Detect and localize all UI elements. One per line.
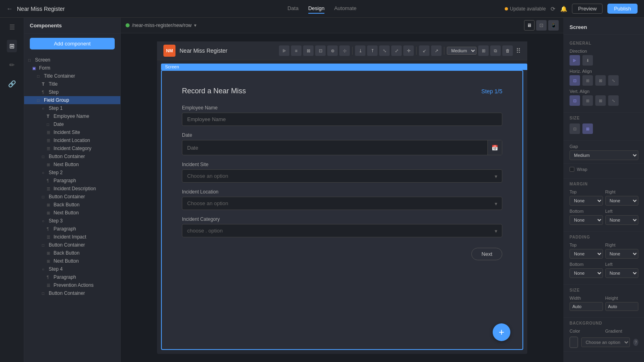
rp-valign-top[interactable]: ⊡	[570, 95, 580, 106]
sync-icon[interactable]: ⟳	[551, 6, 555, 12]
rp-help-icon[interactable]: ?	[633, 339, 638, 346]
tree-next-btn1[interactable]: ⊞ Next Button	[24, 160, 120, 169]
tree-incident-impact[interactable]: ☰ Incident Impact	[24, 233, 120, 241]
tb-icon-copy1[interactable]: ⊞	[478, 45, 489, 56]
tree-field-group[interactable]: □ Field Group	[24, 96, 120, 104]
tree-para2[interactable]: ¶ Paragraph	[24, 225, 120, 233]
tree-step4[interactable]: ○ Step 4	[24, 265, 120, 273]
sidebar-icon-pencil[interactable]: ✏	[7, 59, 17, 71]
tree-btn-container2[interactable]: □ Button Container	[24, 193, 120, 201]
rp-align-stretch-h[interactable]: ⤡	[608, 75, 619, 86]
tb-icon-2[interactable]: ≡	[291, 45, 301, 56]
rp-direction-horizontal[interactable]: ⫸	[570, 55, 580, 66]
tab-design[interactable]: Design	[308, 4, 324, 14]
preview-button[interactable]: Preview	[572, 4, 603, 14]
employee-name-input[interactable]	[182, 113, 502, 126]
rp-padding-left-select[interactable]: None	[605, 268, 639, 278]
tb-icon-11[interactable]: ✛	[403, 45, 414, 56]
tree-back-btn2[interactable]: ⊞ Back Button	[24, 249, 120, 257]
tree-btn-container1[interactable]: □ Button Container	[24, 152, 120, 160]
tree-incident-category[interactable]: ☰ Incident Category	[24, 144, 120, 152]
tree-screen[interactable]: □ Screen	[24, 56, 120, 64]
rp-width-input[interactable]	[570, 302, 603, 311]
tb-icon-13[interactable]: ↗	[431, 45, 442, 56]
date-input[interactable]	[182, 142, 487, 154]
tb-icon-5[interactable]: ⊛	[327, 45, 338, 56]
tree-title[interactable]: T Title	[24, 80, 120, 88]
tree-incident-location[interactable]: ☰ Incident Location	[24, 136, 120, 144]
device-desktop-icon[interactable]: 🖥	[524, 20, 535, 31]
tb-icon-7[interactable]: ⤓	[355, 45, 365, 56]
incident-site-select[interactable]: Choose an option	[182, 169, 502, 183]
tree-incident-desc[interactable]: ☰ Incident Description	[24, 185, 120, 193]
rp-padding-top-select[interactable]: None	[570, 249, 603, 259]
tree-employee-name[interactable]: T Employee Name	[24, 112, 120, 120]
rp-height-input[interactable]	[605, 302, 639, 311]
tb-icon-8[interactable]: ⤒	[367, 45, 378, 56]
rp-wrap-checkbox[interactable]	[570, 167, 574, 172]
tree-step2[interactable]: ○ Step 2	[24, 169, 120, 177]
tb-icon-10[interactable]: ⤢	[391, 45, 402, 56]
tb-icon-1[interactable]: ⫸	[279, 45, 289, 56]
sidebar-icon-components[interactable]: ⊞	[7, 40, 17, 52]
tb-icon-3[interactable]: ⊠	[303, 45, 314, 56]
tree-back-btn1[interactable]: ⊞ Back Button	[24, 201, 120, 209]
rp-margin-top-select[interactable]: None	[570, 196, 603, 206]
date-picker-button[interactable]: 📅	[487, 140, 502, 155]
tab-automate[interactable]: Automate	[334, 4, 357, 14]
sidebar-icon-link[interactable]: 🔗	[6, 78, 19, 90]
rp-gap-select[interactable]: Medium	[570, 150, 638, 160]
rp-valign-center[interactable]: ⊞	[582, 95, 593, 106]
tree-form[interactable]: ▣ Form	[24, 64, 120, 72]
rp-padding-bottom-select[interactable]: None	[570, 268, 603, 278]
rp-color-swatch[interactable]	[570, 337, 578, 348]
rp-margin-bottom-select[interactable]: None	[570, 215, 603, 225]
bell-icon[interactable]: 🔔	[560, 6, 567, 12]
form-next-button[interactable]: Next	[471, 248, 502, 260]
medium-select[interactable]: Medium	[447, 47, 477, 55]
rp-align-left[interactable]: ⊡	[570, 75, 580, 86]
tree-para3[interactable]: ¶ Paragraph	[24, 273, 120, 281]
tb-icon-copy2[interactable]: ⧉	[490, 45, 501, 56]
rp-size-grow[interactable]: ⊞	[582, 123, 593, 134]
publish-button[interactable]: Publish	[607, 4, 638, 14]
tree-next-btn3[interactable]: ⊞ Next Button	[24, 257, 120, 265]
dots-icon[interactable]: ⠿	[516, 47, 521, 55]
incident-category-select[interactable]: choose . option	[182, 224, 502, 237]
tree-incident-site[interactable]: ☰ Incident Site	[24, 128, 120, 136]
rp-margin-right-select[interactable]: None	[605, 196, 639, 206]
tree-title-container[interactable]: □ Title Container	[24, 72, 120, 80]
tb-icon-12[interactable]: ↙	[419, 45, 429, 56]
tb-icon-9[interactable]: ⤡	[379, 45, 390, 56]
incident-location-select[interactable]: Choose an option	[182, 197, 502, 210]
back-arrow[interactable]: ←	[6, 5, 13, 12]
tree-date[interactable]: □ Date	[24, 120, 120, 128]
rp-valign-bottom[interactable]: ⊠	[595, 95, 606, 106]
tb-icon-4[interactable]: ⊡	[315, 45, 326, 56]
tree-para1[interactable]: ¶ Paragraph	[24, 177, 120, 185]
device-tablet-icon[interactable]: ⊡	[536, 20, 547, 31]
tree-step-label[interactable]: ¶ Step	[24, 88, 120, 96]
tree-btn-container3[interactable]: □ Button Container	[24, 241, 120, 249]
add-component-button[interactable]: Add component	[30, 38, 115, 49]
rp-size-shrink[interactable]: ⊡	[570, 123, 580, 134]
tree-next-btn2[interactable]: ⊞ Next Button	[24, 209, 120, 217]
rp-direction-vertical[interactable]: ⬇	[582, 55, 593, 66]
rp-gradient-select[interactable]: Choose an option	[581, 337, 630, 347]
rp-valign-stretch[interactable]: ⤡	[608, 95, 619, 106]
tree-btn-container4[interactable]: □ Button Container	[24, 289, 120, 297]
rp-margin-left-select[interactable]: None	[605, 215, 639, 225]
url-dropdown-icon[interactable]: ▾	[194, 23, 196, 28]
tree-prevention-actions[interactable]: ☰ Prevention Actions	[24, 281, 120, 289]
fab-add-button[interactable]: +	[493, 323, 510, 341]
tab-data[interactable]: Data	[287, 4, 298, 14]
sidebar-icon-layers[interactable]: ☰	[7, 21, 17, 33]
rp-align-center-h[interactable]: ⊞	[582, 75, 593, 86]
rp-padding-right-select[interactable]: None	[605, 249, 639, 259]
tb-icon-6[interactable]: ⊹	[339, 45, 350, 56]
device-mobile-icon[interactable]: 📱	[548, 20, 559, 31]
rp-align-right[interactable]: ⊠	[595, 75, 606, 86]
tree-step3[interactable]: ○ Step 3	[24, 217, 120, 225]
tree-step1[interactable]: ○ Step 1	[24, 104, 120, 112]
tb-icon-delete[interactable]: 🗑	[502, 45, 513, 56]
